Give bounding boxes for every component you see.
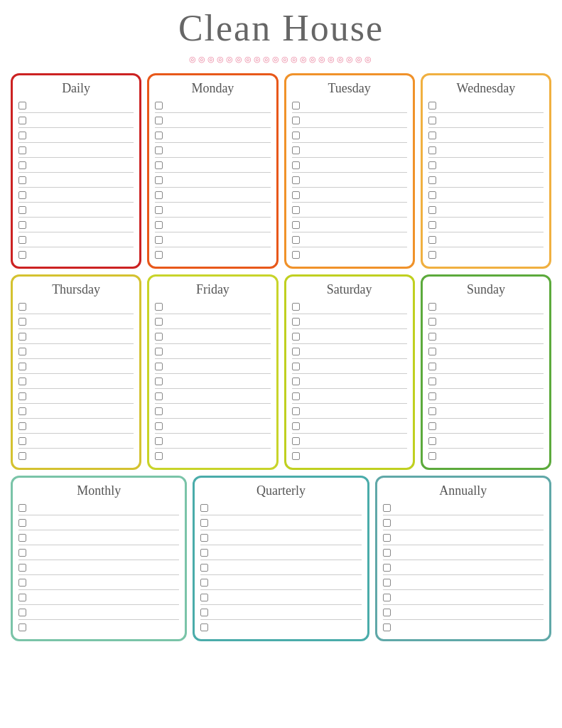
checkbox[interactable] <box>18 251 26 259</box>
checkbox[interactable] <box>18 504 26 512</box>
checkbox[interactable] <box>18 519 26 527</box>
checkbox[interactable] <box>18 623 26 631</box>
checkbox[interactable] <box>428 251 436 259</box>
checkbox[interactable] <box>428 221 436 229</box>
checkbox[interactable] <box>292 206 300 214</box>
checkbox[interactable] <box>383 534 391 542</box>
checkbox[interactable] <box>155 102 163 109</box>
checkbox[interactable] <box>292 251 300 259</box>
checkbox[interactable] <box>428 452 436 460</box>
checkbox[interactable] <box>292 161 300 169</box>
checkbox[interactable] <box>18 236 26 244</box>
checkbox[interactable] <box>155 161 163 169</box>
checkbox[interactable] <box>18 422 26 430</box>
checkbox[interactable] <box>428 318 436 326</box>
checkbox[interactable] <box>428 191 436 199</box>
checkbox[interactable] <box>200 609 208 616</box>
checkbox[interactable] <box>383 549 391 557</box>
checkbox[interactable] <box>155 176 163 184</box>
checkbox[interactable] <box>18 221 26 229</box>
checkbox[interactable] <box>18 407 26 415</box>
checkbox[interactable] <box>155 378 163 385</box>
checkbox[interactable] <box>428 117 436 124</box>
checkbox[interactable] <box>18 579 26 587</box>
checkbox[interactable] <box>18 392 26 400</box>
checkbox[interactable] <box>383 609 391 616</box>
checkbox[interactable] <box>18 452 26 460</box>
checkbox[interactable] <box>428 161 436 169</box>
checkbox[interactable] <box>383 519 391 527</box>
checkbox[interactable] <box>200 549 208 557</box>
checkbox[interactable] <box>428 363 436 370</box>
checkbox[interactable] <box>292 407 300 415</box>
checkbox[interactable] <box>155 437 163 445</box>
checkbox[interactable] <box>18 146 26 154</box>
checkbox[interactable] <box>155 117 163 124</box>
checkbox[interactable] <box>292 117 300 124</box>
checkbox[interactable] <box>383 623 391 631</box>
checkbox[interactable] <box>428 407 436 415</box>
checkbox[interactable] <box>383 594 391 601</box>
checkbox[interactable] <box>18 437 26 445</box>
checkbox[interactable] <box>18 549 26 557</box>
checkbox[interactable] <box>18 534 26 542</box>
checkbox[interactable] <box>155 422 163 430</box>
checkbox[interactable] <box>292 392 300 400</box>
checkbox[interactable] <box>292 146 300 154</box>
checkbox[interactable] <box>383 504 391 512</box>
checkbox[interactable] <box>200 534 208 542</box>
checkbox[interactable] <box>292 348 300 355</box>
checkbox[interactable] <box>18 333 26 341</box>
checkbox[interactable] <box>428 102 436 109</box>
checkbox[interactable] <box>292 452 300 460</box>
checkbox[interactable] <box>292 422 300 430</box>
checkbox[interactable] <box>18 318 26 326</box>
checkbox[interactable] <box>18 303 26 311</box>
checkbox[interactable] <box>155 132 163 139</box>
checkbox[interactable] <box>292 191 300 199</box>
checkbox[interactable] <box>18 363 26 370</box>
checkbox[interactable] <box>292 221 300 229</box>
checkbox[interactable] <box>155 303 163 311</box>
checkbox[interactable] <box>428 333 436 341</box>
checkbox[interactable] <box>155 221 163 229</box>
checkbox[interactable] <box>18 609 26 616</box>
checkbox[interactable] <box>292 333 300 341</box>
checkbox[interactable] <box>155 392 163 400</box>
checkbox[interactable] <box>18 102 26 109</box>
checkbox[interactable] <box>155 348 163 355</box>
checkbox[interactable] <box>200 519 208 527</box>
checkbox[interactable] <box>155 251 163 259</box>
checkbox[interactable] <box>200 579 208 587</box>
checkbox[interactable] <box>428 132 436 139</box>
checkbox[interactable] <box>292 363 300 370</box>
checkbox[interactable] <box>18 564 26 572</box>
checkbox[interactable] <box>18 176 26 184</box>
checkbox[interactable] <box>428 392 436 400</box>
checkbox[interactable] <box>200 564 208 572</box>
checkbox[interactable] <box>428 236 436 244</box>
checkbox[interactable] <box>428 206 436 214</box>
checkbox[interactable] <box>18 348 26 355</box>
checkbox[interactable] <box>200 504 208 512</box>
checkbox[interactable] <box>383 579 391 587</box>
checkbox[interactable] <box>18 378 26 385</box>
checkbox[interactable] <box>428 303 436 311</box>
checkbox[interactable] <box>155 236 163 244</box>
checkbox[interactable] <box>292 318 300 326</box>
checkbox[interactable] <box>292 303 300 311</box>
checkbox[interactable] <box>18 191 26 199</box>
checkbox[interactable] <box>155 452 163 460</box>
checkbox[interactable] <box>18 594 26 601</box>
checkbox[interactable] <box>155 191 163 199</box>
checkbox[interactable] <box>292 102 300 109</box>
checkbox[interactable] <box>18 132 26 139</box>
checkbox[interactable] <box>292 132 300 139</box>
checkbox[interactable] <box>155 146 163 154</box>
checkbox[interactable] <box>155 407 163 415</box>
checkbox[interactable] <box>428 348 436 355</box>
checkbox[interactable] <box>428 437 436 445</box>
checkbox[interactable] <box>383 564 391 572</box>
checkbox[interactable] <box>155 333 163 341</box>
checkbox[interactable] <box>428 176 436 184</box>
